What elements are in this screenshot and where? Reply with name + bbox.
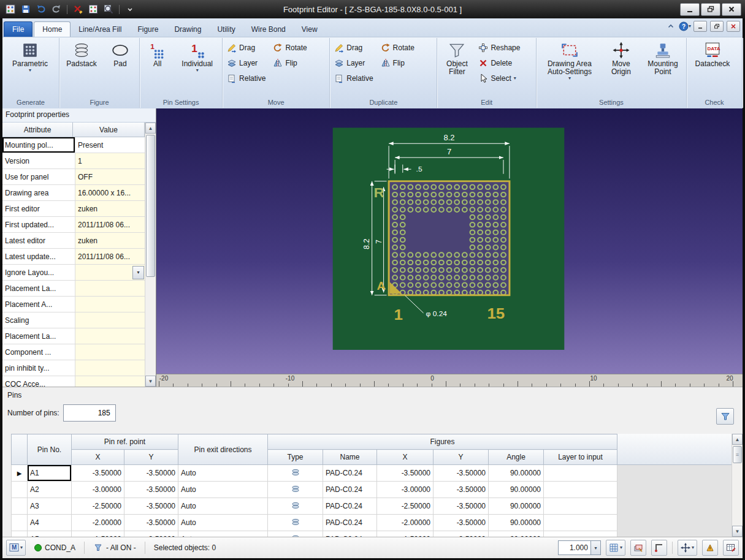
layer-to-input-cell[interactable]	[544, 465, 617, 482]
value-cell[interactable]: OFF▾	[75, 169, 145, 185]
value-cell[interactable]: 2011/11/08 06...▾	[75, 217, 145, 233]
tab-home[interactable]: Home	[34, 21, 71, 37]
drawing-area-auto-settings-button[interactable]: Drawing Area Auto-Settings ▾	[538, 39, 601, 98]
move-origin-button[interactable]: Move Origin	[602, 39, 640, 98]
scrollbar-track[interactable]	[145, 134, 156, 376]
figure-x-cell[interactable]: -1.50000	[377, 531, 434, 537]
row-selector[interactable]: ▶	[12, 531, 28, 537]
ref-y-cell[interactable]: -3.50000	[124, 482, 178, 498]
property-row[interactable]: COC Acce... ▾	[2, 376, 145, 387]
delete-button[interactable]: Delete	[476, 56, 524, 70]
figure-y-cell[interactable]: -3.50000	[434, 465, 489, 482]
scrollbar-thumb[interactable]	[146, 135, 155, 277]
attribute-cell[interactable]: First editor	[2, 201, 75, 217]
figure-y-cell[interactable]: -3.50000	[434, 531, 489, 537]
pin-filter-button[interactable]	[716, 408, 734, 425]
figure-y-cell[interactable]: -3.50000	[434, 498, 489, 515]
select-button[interactable]: Select▾	[476, 71, 524, 86]
value-cell[interactable]: ▾	[75, 360, 145, 376]
property-row[interactable]: Version 1▾	[2, 153, 145, 169]
pin-settings-all-button[interactable]: 1 All	[142, 39, 173, 98]
undo-button[interactable]	[34, 3, 48, 15]
scroll-down-icon[interactable]: ▼	[145, 376, 156, 387]
value-dropdown-button[interactable]: ▾	[132, 266, 144, 279]
value-cell[interactable]: ▾	[75, 281, 145, 297]
property-row[interactable]: First updated... 2011/11/08 06...▾	[2, 217, 145, 233]
ref-y-cell[interactable]: -3.50000	[124, 531, 178, 537]
tab-utility[interactable]: Utility	[209, 22, 243, 37]
pin-row[interactable]: ▶ A1 -3.50000 -3.50000 Auto PAD-C0.24 -3…	[12, 465, 617, 482]
value-cell[interactable]: ▾	[75, 344, 145, 360]
properties-scrollbar[interactable]: ▲ ▼	[145, 123, 156, 387]
value-cell[interactable]: 16.00000 x 16...▾	[75, 185, 145, 201]
figure-type-cell[interactable]	[268, 482, 323, 498]
value-cell[interactable]: ▾	[75, 376, 145, 387]
attribute-cell[interactable]: Ignore Layou...	[2, 265, 75, 281]
layer-to-input-cell[interactable]	[544, 498, 617, 515]
pin-no-cell[interactable]: A2	[28, 482, 72, 498]
scroll-up-icon[interactable]: ▲	[145, 123, 156, 134]
minimize-button[interactable]	[680, 3, 700, 16]
collapse-ribbon-button[interactable]	[665, 21, 676, 32]
attribute-cell[interactable]: First updated...	[2, 217, 75, 233]
duplicate-relative-button[interactable]: Relative	[332, 71, 376, 86]
figure-x-cell[interactable]: -3.50000	[377, 465, 434, 482]
duplicate-rotate-button[interactable]: Rotate	[378, 40, 418, 55]
figure-name-cell[interactable]: PAD-C0.24	[323, 465, 377, 482]
scroll-down-icon[interactable]: ▼	[732, 526, 743, 537]
value-cell[interactable]: 2011/11/08 06...▾	[75, 249, 145, 265]
property-row[interactable]: Mounting pol... Present▾	[2, 137, 145, 153]
pin-row[interactable]: ▶ A4 -2.00000 -3.50000 Auto PAD-C0.24 -2…	[12, 515, 617, 531]
tab-view[interactable]: View	[294, 22, 326, 37]
drawing-canvas[interactable]: 8.2 7 .5 8.2 7 φ 0.24 R A 1 15 -20 -10	[156, 108, 743, 387]
figure-type-cell[interactable]	[268, 498, 323, 515]
angle-cell[interactable]: 90.00000	[489, 515, 544, 531]
object-filter-button[interactable]: Object Filter	[439, 39, 475, 98]
tab-drawing[interactable]: Drawing	[166, 22, 209, 37]
pins-table-scrollbar[interactable]: ▲ ≡ ▼	[732, 434, 743, 537]
angle-cell[interactable]: 90.00000	[489, 482, 544, 498]
grid-toggle-button[interactable]: ▾	[606, 540, 625, 556]
figure-y-cell[interactable]: -3.50000	[434, 482, 489, 498]
value-cell[interactable]: ▾	[75, 265, 145, 281]
property-row[interactable]: Latest update... 2011/11/08 06...▾	[2, 249, 145, 265]
scrollbar-track[interactable]: ≡	[732, 445, 743, 526]
property-row[interactable]: Latest editor zuken▾	[2, 233, 145, 249]
move-relative-button[interactable]: Relative	[224, 71, 269, 86]
property-row[interactable]: Placement La... ▾	[2, 281, 145, 297]
attribute-cell[interactable]: Placement A...	[2, 297, 75, 312]
attribute-cell[interactable]: Latest editor	[2, 233, 75, 249]
padstack-button[interactable]: Padstack	[61, 39, 102, 98]
tab-wire-bond[interactable]: Wire Bond	[243, 22, 294, 37]
ref-x-cell[interactable]: -3.00000	[72, 482, 124, 498]
figure-x-cell[interactable]: -2.50000	[377, 498, 434, 515]
row-selector[interactable]: ▶	[12, 515, 28, 531]
pin-no-cell[interactable]: A3	[28, 498, 72, 515]
property-row[interactable]: Use for panel OFF▾	[2, 169, 145, 185]
tab-figure[interactable]: Figure	[129, 22, 166, 37]
pad-button[interactable]: Pad	[103, 39, 137, 98]
pin-no-cell[interactable]: A5	[28, 531, 72, 537]
move-drag-button[interactable]: Drag	[224, 40, 269, 55]
redo-button[interactable]	[50, 3, 63, 15]
figure-x-cell[interactable]: -3.00000	[377, 482, 434, 498]
move-layer-button[interactable]: Layer	[224, 56, 269, 70]
grid-settings-button[interactable]	[723, 540, 739, 556]
maximize-button[interactable]	[701, 3, 720, 16]
doc-minimize-button[interactable]	[693, 21, 707, 32]
pin-row[interactable]: ▶ A2 -3.00000 -3.50000 Auto PAD-C0.24 -3…	[12, 482, 617, 498]
exit-direction-cell[interactable]: Auto	[178, 482, 268, 498]
value-cell[interactable]: ▾	[75, 297, 145, 312]
mounting-point-button[interactable]: Mounting Point	[641, 39, 684, 98]
tab-file[interactable]: File	[4, 21, 32, 37]
ref-x-cell[interactable]: -2.50000	[72, 498, 124, 515]
attribute-cell[interactable]: Component ...	[2, 344, 75, 360]
ref-y-cell[interactable]: -3.50000	[124, 465, 178, 482]
attribute-cell[interactable]: Use for panel	[2, 169, 75, 185]
attribute-cell[interactable]: Drawing area	[2, 185, 75, 201]
attribute-cell[interactable]: Mounting pol...	[2, 137, 75, 153]
move-mode-button[interactable]: ▾	[678, 540, 697, 556]
layer-set-button[interactable]	[630, 540, 646, 556]
property-row[interactable]: Ignore Layou... ▾	[2, 265, 145, 281]
app-menu-button[interactable]	[4, 3, 17, 15]
